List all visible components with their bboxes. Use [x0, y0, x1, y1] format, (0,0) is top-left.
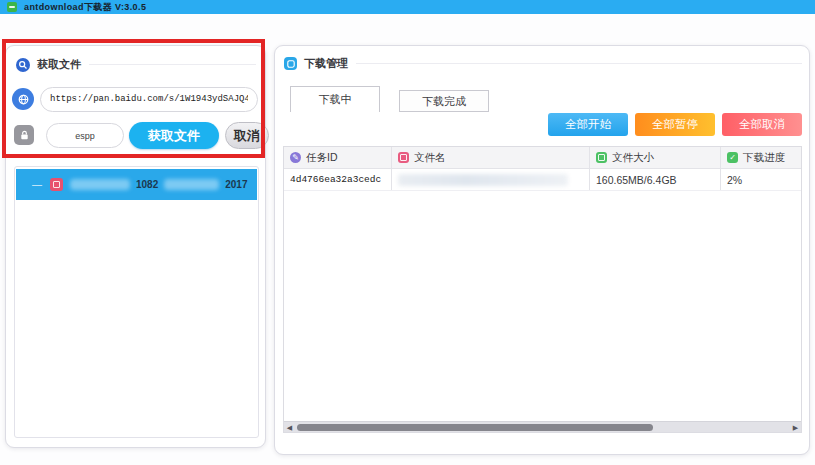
- extract-code-row: 获取文件 取消: [14, 122, 264, 149]
- table-header-row: ✎ 任务ID 文件名 文件大小 ✓ 下载进度: [284, 147, 801, 169]
- task-id-icon: ✎: [290, 152, 301, 163]
- cell-progress: 2%: [721, 169, 801, 190]
- filename-fragment: 2017: [225, 179, 247, 190]
- lock-icon: [14, 125, 34, 145]
- column-file-name: 文件名: [392, 147, 590, 168]
- file-type-icon: [50, 178, 63, 191]
- fetch-section-title: 获取文件: [37, 57, 81, 72]
- section-divider: [356, 63, 802, 64]
- horizontal-scrollbar[interactable]: ◀ ▶: [284, 421, 801, 432]
- start-all-button[interactable]: 全部开始: [548, 113, 628, 136]
- download-manager-icon: [284, 57, 297, 70]
- manage-section-title: 下载管理: [304, 56, 348, 71]
- progress-check-icon: ✓: [727, 152, 738, 163]
- tab-downloading[interactable]: 下载中: [290, 86, 380, 112]
- tab-completed[interactable]: 下载完成: [399, 90, 489, 112]
- pause-all-button[interactable]: 全部暂停: [635, 113, 715, 136]
- file-name-icon: [398, 152, 409, 163]
- cell-file-size: 160.65MB/6.4GB: [590, 169, 721, 190]
- cancel-button[interactable]: 取消: [225, 122, 269, 149]
- cell-task-id: 4d4766ea32a3cedc: [284, 169, 392, 190]
- cancel-all-button[interactable]: 全部取消: [722, 113, 802, 136]
- cell-file-name: [392, 169, 590, 190]
- selected-file-item[interactable]: — 1082 2017: [16, 169, 257, 200]
- column-file-size: 文件大小: [590, 147, 721, 168]
- extract-code-input[interactable]: [46, 123, 124, 148]
- manage-section-header: 下载管理: [284, 56, 802, 71]
- file-size-icon: [596, 152, 607, 163]
- download-table: ✎ 任务ID 文件名 文件大小 ✓ 下载进度 4d4766ea32a3cedc …: [283, 146, 802, 433]
- fetch-file-button[interactable]: 获取文件: [129, 122, 219, 149]
- filename-fragment: 1082: [136, 179, 158, 190]
- column-task-id: ✎ 任务ID: [284, 147, 392, 168]
- scrollbar-track[interactable]: [295, 422, 790, 433]
- download-row[interactable]: 4d4766ea32a3cedc 160.65MB/6.4GB 2%: [284, 169, 801, 191]
- file-tree-list[interactable]: — 1082 2017: [14, 166, 259, 438]
- search-icon: [16, 58, 30, 72]
- download-manager-panel: 下载管理 下载中 下载完成 全部开始 全部暂停 全部取消 ✎ 任务ID 文件名 …: [274, 45, 810, 455]
- redacted-filename-blob: [70, 179, 130, 190]
- app-logo-icon: [7, 2, 17, 12]
- redacted-filename-blob: [398, 174, 568, 186]
- fetch-file-panel: 获取文件 获取文件 取消 — 1082: [5, 45, 266, 448]
- bulk-action-buttons: 全部开始 全部暂停 全部取消: [548, 113, 802, 136]
- section-divider: [89, 64, 256, 65]
- scrollbar-thumb[interactable]: [297, 424, 653, 431]
- scroll-left-icon[interactable]: ◀: [284, 422, 295, 433]
- column-progress: ✓ 下载进度: [721, 147, 801, 168]
- share-url-input[interactable]: [40, 87, 258, 112]
- titlebar: antdownload下载器 V:3.0.5: [0, 0, 815, 14]
- redacted-filename-blob: [164, 179, 219, 190]
- window-title: antdownload下载器 V:3.0.5: [24, 1, 146, 14]
- url-row: [12, 86, 262, 112]
- link-globe-icon: [12, 88, 34, 110]
- tree-collapse-icon[interactable]: —: [32, 179, 42, 190]
- fetch-section-header: 获取文件: [16, 57, 256, 72]
- scroll-right-icon[interactable]: ▶: [790, 422, 801, 433]
